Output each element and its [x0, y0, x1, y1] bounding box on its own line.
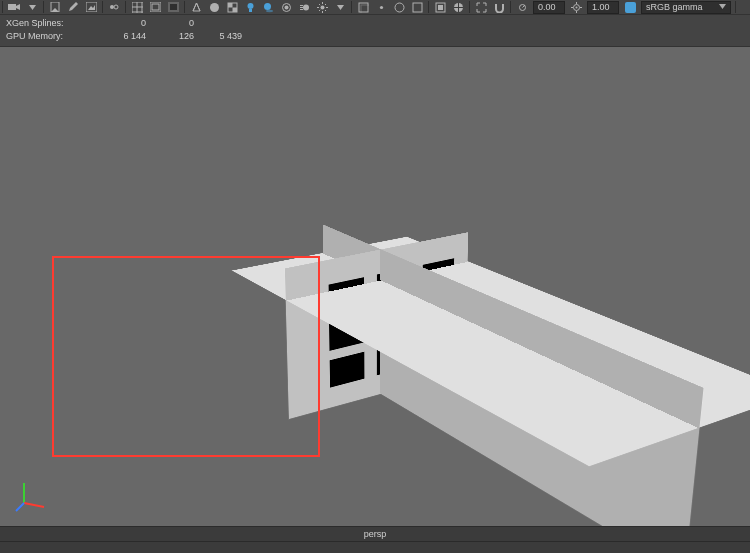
- svg-point-17: [210, 3, 219, 12]
- expand-icon[interactable]: [474, 0, 488, 14]
- stats-value: 0: [98, 17, 146, 30]
- separator: [469, 1, 470, 13]
- stats-row-gpu: GPU Memory: 6 144 126 5 439: [6, 30, 744, 43]
- separator: [351, 1, 352, 13]
- svg-line-45: [16, 503, 24, 511]
- hole: [330, 351, 365, 387]
- snap-icon[interactable]: [492, 0, 506, 14]
- svg-marker-42: [719, 4, 726, 9]
- axis-gizmo[interactable]: [14, 477, 50, 513]
- color-mgmt-dropdown[interactable]: sRGB gamma: [641, 1, 731, 14]
- svg-point-33: [395, 3, 404, 12]
- grid-icon[interactable]: [130, 0, 144, 14]
- stats-value: [194, 17, 242, 30]
- svg-point-23: [264, 3, 271, 10]
- timeline-strip[interactable]: [0, 541, 750, 553]
- separator: [735, 1, 736, 13]
- separator: [102, 1, 103, 13]
- svg-marker-4: [51, 8, 59, 12]
- gamma-icon[interactable]: [569, 0, 583, 14]
- svg-rect-30: [359, 3, 368, 12]
- camera-icon[interactable]: [7, 0, 21, 14]
- exposure-input[interactable]: 0.00: [533, 1, 565, 14]
- svg-point-28: [320, 5, 324, 9]
- svg-point-9: [114, 5, 118, 9]
- separator: [125, 1, 126, 13]
- camera-dropdown-icon[interactable]: [25, 0, 39, 14]
- svg-point-40: [575, 6, 577, 8]
- stats-value: 5 439: [194, 30, 242, 43]
- svg-point-27: [303, 4, 309, 10]
- hud-stats: XGen Splines: 0 0 GPU Memory: 6 144 126 …: [0, 15, 750, 47]
- smooth-shade-icon[interactable]: [207, 0, 221, 14]
- svg-line-16: [196, 3, 200, 11]
- edit-pencil-icon[interactable]: [66, 0, 80, 14]
- svg-marker-5: [69, 2, 78, 11]
- exposure-icon[interactable]: [515, 0, 529, 14]
- svg-line-44: [24, 503, 44, 507]
- svg-marker-29: [337, 5, 344, 10]
- separator: [43, 1, 44, 13]
- ao-icon[interactable]: [279, 0, 293, 14]
- isolate-box-icon[interactable]: [410, 0, 424, 14]
- gamma-input[interactable]: 1.00: [587, 1, 619, 14]
- effects-dropdown-icon[interactable]: [333, 0, 347, 14]
- svg-point-21: [247, 3, 253, 9]
- stats-value: 6 144: [98, 30, 146, 43]
- xray-icon[interactable]: [356, 0, 370, 14]
- svg-rect-36: [438, 5, 443, 10]
- isolate-circle-icon[interactable]: [392, 0, 406, 14]
- svg-rect-19: [228, 3, 233, 8]
- separator: [184, 1, 185, 13]
- svg-point-8: [110, 5, 114, 9]
- svg-point-26: [284, 5, 288, 9]
- bookmark-icon[interactable]: [48, 0, 62, 14]
- svg-point-32: [379, 5, 382, 8]
- motion-blur-icon[interactable]: [297, 0, 311, 14]
- color-mgmt-swatch-icon[interactable]: [623, 0, 637, 14]
- wireframe-icon[interactable]: [189, 0, 203, 14]
- wire-on-shaded-icon[interactable]: [451, 0, 465, 14]
- gate-mask-icon[interactable]: [166, 0, 180, 14]
- svg-rect-41: [625, 2, 636, 13]
- separator: [428, 1, 429, 13]
- shadows-icon[interactable]: [261, 0, 275, 14]
- color-mgmt-label: sRGB gamma: [646, 2, 703, 12]
- stats-value: 126: [146, 30, 194, 43]
- svg-rect-22: [249, 9, 252, 12]
- svg-rect-20: [232, 7, 237, 12]
- svg-rect-11: [152, 4, 159, 10]
- two-side-light-icon[interactable]: [107, 0, 121, 14]
- stats-row-xgen: XGen Splines: 0 0: [6, 17, 744, 30]
- separator: [2, 1, 3, 13]
- film-gate-icon[interactable]: [148, 0, 162, 14]
- svg-rect-0: [8, 4, 16, 10]
- chevron-down-icon: [719, 2, 726, 12]
- svg-line-15: [193, 3, 197, 11]
- sel-highlight-icon[interactable]: [433, 0, 447, 14]
- camera-name: persp: [364, 529, 387, 539]
- svg-marker-7: [88, 5, 95, 10]
- separator: [510, 1, 511, 13]
- point-icon[interactable]: [374, 0, 388, 14]
- svg-marker-2: [29, 5, 36, 10]
- svg-rect-13: [170, 4, 177, 10]
- panel-toolbar: 0.00 1.00 sRGB gamma: [0, 0, 750, 15]
- svg-marker-1: [16, 4, 20, 10]
- use-lights-icon[interactable]: [243, 0, 257, 14]
- viewport[interactable]: persp: [0, 47, 750, 541]
- svg-rect-34: [413, 3, 422, 12]
- camera-label-bar: persp: [0, 526, 750, 541]
- image-plane-icon[interactable]: [84, 0, 98, 14]
- svg-point-24: [266, 9, 273, 11]
- light-bulb-icon[interactable]: [315, 0, 329, 14]
- stats-label: GPU Memory:: [6, 30, 98, 43]
- stats-value: 0: [146, 17, 194, 30]
- textured-icon[interactable]: [225, 0, 239, 14]
- stats-label: XGen Splines:: [6, 17, 98, 30]
